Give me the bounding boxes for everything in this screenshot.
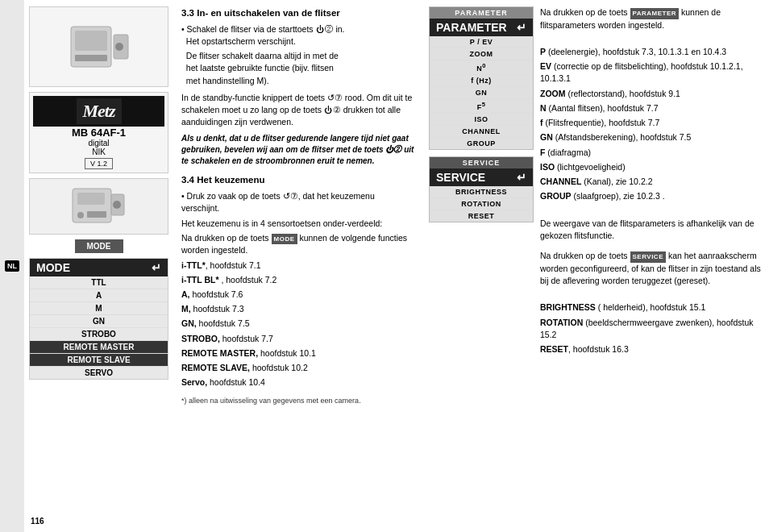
page-number: 116 [31, 517, 44, 526]
mode-item-ttl[interactable]: TTL [30, 276, 168, 289]
device-info: Metz MB 64AF-1 digital NIK V 1.2 [29, 92, 168, 173]
device-image-bottom [29, 178, 168, 235]
service-title: SERVICE [436, 171, 485, 184]
mode-panel: MODE ↵ TTL A M GN STROBO REMOTE MASTER R… [29, 258, 168, 380]
parameter-text-block: Na drukken op de toets PARAMETER kunnen … [540, 6, 763, 242]
param-item-pev[interactable]: P / EV [430, 36, 533, 48]
section2-footnote: *) alleen na uitwisseling van gegevens m… [181, 396, 414, 406]
device-type: digital [33, 139, 164, 148]
param-item-fhz[interactable]: f (Hz) [430, 75, 533, 87]
metz-logo: Metz [77, 98, 122, 124]
mode-panel-arrow: ↵ [152, 261, 161, 274]
right-panels: PARAMETER PARAMETER ↵ P / EV ZOOM N0 f (… [429, 6, 534, 526]
section2-body: • Druk zo vaak op de toets ↺⑦, dat het k… [181, 190, 414, 389]
service-tab: SERVICE [430, 157, 533, 168]
svg-rect-3 [75, 31, 107, 51]
section1-standby: In de standby-functie knippert de toets … [181, 92, 414, 129]
mode-panel-title: MODE [36, 261, 70, 274]
mode-item-remote-slave[interactable]: REMOTE SLAVE [30, 354, 168, 367]
svg-point-7 [113, 201, 121, 209]
parameter-arrow: ↵ [517, 21, 526, 34]
mode-item-gn[interactable]: GN [30, 315, 168, 328]
mode-item-a[interactable]: A [30, 289, 168, 302]
service-key-inline: SERVICE [630, 251, 666, 263]
device-image-top [29, 6, 168, 87]
left-column: Metz MB 64AF-1 digital NIK V 1.2 MODE [24, 0, 173, 532]
service-item-brightness[interactable]: BRIGHTNESS [430, 186, 533, 198]
mode-item-m[interactable]: M [30, 302, 168, 315]
middle-column: 3.3 In- en uitschakelen van de flitser •… [173, 0, 422, 532]
param-item-iso[interactable]: ISO [430, 114, 533, 126]
svg-rect-10 [87, 211, 106, 218]
flash-top-icon [67, 19, 131, 75]
svg-point-2 [115, 43, 123, 51]
param-item-group[interactable]: GROUP [430, 138, 533, 149]
service-text-block: Na drukken op de toets SERVICE kan het a… [540, 250, 763, 355]
parameter-header: PARAMETER ↵ [430, 19, 533, 36]
right-text: Na drukken op de toets PARAMETER kunnen … [540, 6, 763, 526]
section1-title: 3.3 In- en uitschakelen van de flitser [181, 6, 414, 20]
device-variant: NIK [33, 148, 164, 156]
mode-key-inline: MODE [272, 234, 297, 245]
service-panel: SERVICE SERVICE ↵ BRIGHTNESS ROTATION RE… [429, 156, 534, 222]
device-model: MB 64AF-1 [33, 127, 164, 139]
section2-title: 3.4 Het keuzemenu [181, 173, 414, 187]
service-item-rotation[interactable]: ROTATION [430, 198, 533, 210]
language-margin: NL [0, 0, 24, 532]
flash-bottom-icon [71, 185, 127, 229]
parameter-tab: PARAMETER [430, 7, 533, 19]
parameter-title: PARAMETER [436, 21, 507, 34]
service-arrow: ↵ [517, 171, 526, 184]
service-header: SERVICE ↵ [430, 168, 533, 186]
language-badge: NL [5, 260, 19, 272]
param-item-channel[interactable]: CHANNEL [430, 126, 533, 138]
mode-button: MODE [75, 239, 123, 253]
param-item-zoom[interactable]: ZOOM [430, 48, 533, 60]
parameter-items-list: P / EV ZOOM N0 f (Hz) GN F5 ISO CHANNEL … [430, 36, 533, 149]
mode-items-list: TTL A M GN STROBO REMOTE MASTER REMOTE S… [30, 276, 168, 379]
right-column: PARAMETER PARAMETER ↵ P / EV ZOOM N0 f (… [422, 0, 769, 532]
device-version: V 1.2 [85, 158, 113, 169]
param-item-n[interactable]: N0 [430, 60, 533, 75]
svg-rect-4 [75, 55, 107, 61]
svg-point-9 [77, 212, 84, 218]
section1-body: • Schakel de flitser via de starttoets ⏻… [181, 23, 414, 87]
mode-panel-header: MODE ↵ [30, 259, 168, 276]
mode-button-container: MODE [29, 239, 168, 253]
param-item-f5[interactable]: F5 [430, 99, 533, 114]
mode-item-servo[interactable]: SERVO [30, 367, 168, 379]
svg-rect-8 [77, 193, 105, 205]
service-item-reset[interactable]: RESET [430, 210, 533, 222]
section1-italic: Als u denkt, dat u de flitser gedurende … [181, 133, 414, 167]
parameter-panel: PARAMETER PARAMETER ↵ P / EV ZOOM N0 f (… [429, 6, 534, 150]
page: NL Metz MB 64AF-1 digital NIK V 1.2 [0, 0, 769, 532]
mode-item-strobo[interactable]: STROBO [30, 328, 168, 341]
param-item-gn[interactable]: GN [430, 87, 533, 99]
mode-item-remote-master[interactable]: REMOTE MASTER [30, 341, 168, 354]
service-items-list: BRIGHTNESS ROTATION RESET [430, 186, 533, 222]
param-key-inline: PARAMETER [630, 8, 680, 19]
